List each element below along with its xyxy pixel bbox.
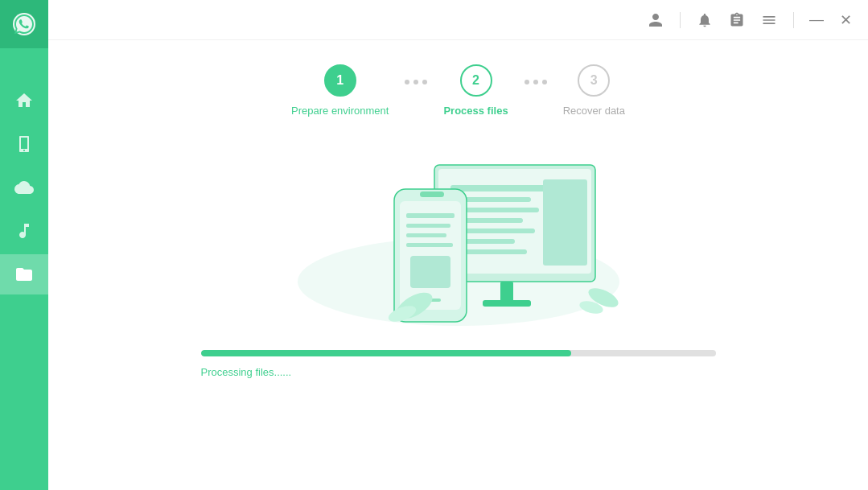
minimize-button[interactable]: — [807, 10, 826, 30]
step-1-label: Prepare environment [291, 105, 389, 117]
dot [413, 80, 418, 84]
main-panel: — ✕ 1 Prepare environment [48, 0, 868, 490]
svg-rect-18 [406, 224, 450, 228]
dot [405, 80, 409, 84]
step-3-number: 3 [590, 73, 598, 88]
sidebar-item-folder[interactable] [0, 254, 48, 294]
clipboard-icon [729, 12, 745, 28]
dot [422, 80, 427, 84]
svg-rect-13 [543, 179, 587, 266]
step-3-circle: 3 [578, 64, 610, 97]
svg-rect-5 [483, 300, 531, 307]
profile-icon [648, 12, 664, 28]
music-icon [14, 221, 34, 241]
sidebar-item-phone[interactable] [0, 124, 48, 164]
step-1-circle: 1 [324, 64, 356, 97]
dot [542, 80, 547, 84]
profile-icon-button[interactable] [644, 9, 667, 31]
sidebar-item-music[interactable] [0, 211, 48, 251]
folder-icon [14, 265, 34, 284]
dot [525, 80, 529, 84]
steps-bar: 1 Prepare environment 2 Process files [113, 64, 804, 117]
step-2-circle: 2 [460, 64, 492, 97]
close-button[interactable]: ✕ [836, 10, 855, 30]
titlebar-divider-2 [793, 12, 794, 28]
sidebar [0, 0, 48, 490]
step-2-label: Process files [443, 105, 508, 117]
step-1-number: 1 [336, 73, 343, 88]
step-3: 3 Recover data [563, 64, 625, 117]
step-dots-1 [389, 80, 443, 84]
svg-rect-20 [406, 243, 453, 247]
progress-area: Processing files...... [201, 350, 716, 378]
sidebar-nav [0, 80, 48, 294]
svg-rect-6 [450, 185, 547, 191]
bell-button[interactable] [693, 9, 716, 31]
progress-bar-fill [201, 350, 572, 356]
svg-rect-16 [420, 191, 444, 197]
titlebar-divider [680, 12, 681, 28]
close-icon: ✕ [840, 11, 852, 29]
svg-rect-19 [406, 233, 446, 237]
progress-status-text: Processing files...... [201, 366, 716, 378]
home-icon [14, 91, 34, 110]
step-dots-2 [508, 80, 563, 84]
app-logo [0, 0, 48, 48]
cloud-icon [14, 178, 34, 197]
sidebar-item-cloud[interactable] [0, 167, 48, 208]
content-area: 1 Prepare environment 2 Process files [48, 40, 868, 490]
minimize-icon: — [809, 11, 824, 28]
svg-rect-4 [500, 282, 513, 302]
phone-icon [14, 134, 34, 154]
step-1: 1 Prepare environment [291, 64, 389, 117]
svg-rect-21 [410, 256, 450, 288]
svg-rect-17 [406, 213, 455, 218]
bell-icon [697, 12, 713, 28]
menu-icon [761, 12, 777, 28]
step-2: 2 Process files [443, 64, 508, 117]
titlebar: — ✕ [48, 0, 868, 40]
dot [533, 80, 538, 84]
sidebar-item-home[interactable] [0, 80, 48, 121]
step-2-number: 2 [472, 73, 479, 88]
progress-bar-background [201, 350, 716, 356]
step-3-label: Recover data [563, 105, 625, 117]
clipboard-button[interactable] [726, 9, 748, 31]
illustration [290, 141, 627, 326]
menu-button[interactable] [758, 9, 780, 31]
